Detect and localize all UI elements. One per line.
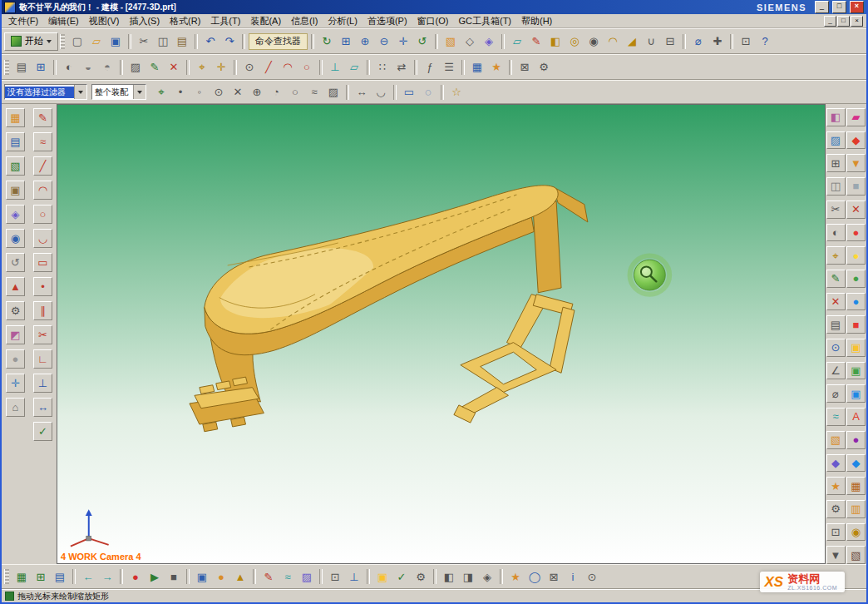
letter-a-red-icon[interactable]: A <box>846 408 866 426</box>
datum-plane-icon[interactable]: ▱ <box>508 32 526 51</box>
gateway-icon[interactable]: ⌂ <box>6 398 25 417</box>
sketch-circle-icon[interactable]: ○ <box>33 205 52 224</box>
menu-help[interactable]: 帮助(H) <box>516 15 557 27</box>
render-icon[interactable]: ★ <box>487 58 506 77</box>
hd3d-tools-icon[interactable]: ◈ <box>6 205 25 224</box>
view-iso-icon[interactable]: ◈ <box>478 567 496 586</box>
dimension-icon[interactable]: ↔ <box>33 398 52 417</box>
globe-icon[interactable]: ◯ <box>525 567 544 586</box>
process-studio-icon[interactable]: ▲ <box>6 277 25 296</box>
model-armature[interactable] <box>454 295 575 423</box>
view-front-icon[interactable]: ◧ <box>440 567 458 586</box>
profile-icon[interactable]: ≈ <box>33 132 52 151</box>
menu-assemblies[interactable]: 装配(A) <box>245 15 286 27</box>
snapshot-icon[interactable]: ▦ <box>468 58 486 77</box>
window-switch-icon[interactable]: ⊡ <box>737 32 755 51</box>
object-display-icon[interactable]: ▨ <box>126 58 145 77</box>
sketch-point-icon[interactable]: • <box>33 277 52 296</box>
assembly-navigator-icon[interactable]: ▦ <box>6 108 25 127</box>
rotate-view-icon[interactable]: ↺ <box>413 32 432 51</box>
surface-tool-icon[interactable]: ▨ <box>298 567 316 586</box>
show-hide-toggle-icon[interactable]: ◐ <box>826 224 846 242</box>
expressions-icon[interactable]: ƒ <box>421 58 439 77</box>
menu-window[interactable]: 窗口(O) <box>412 15 454 27</box>
edit-object-icon[interactable]: ✎ <box>145 58 164 77</box>
command-finder-button[interactable]: 命令查找器 <box>249 33 308 50</box>
refresh-icon[interactable]: ↻ <box>318 32 336 51</box>
restore-button[interactable]: □ <box>832 1 846 13</box>
sketch-rectangle-icon[interactable]: ▭ <box>33 253 52 272</box>
delete-icon[interactable]: ✕ <box>165 58 183 77</box>
sketch-fillet-icon[interactable]: ◡ <box>33 229 52 248</box>
line-icon[interactable]: ╱ <box>259 58 278 77</box>
window-cascade-icon[interactable]: ⊡ <box>826 523 846 542</box>
menu-insert[interactable]: 插入(S) <box>124 15 165 27</box>
orient-view-icon[interactable]: ◈ <box>480 32 498 51</box>
wcs-icon[interactable]: ⌖ <box>826 246 846 265</box>
graphics-window[interactable] <box>57 105 825 563</box>
edge-blend-icon[interactable]: ◠ <box>604 32 622 51</box>
extrude-icon[interactable]: ◧ <box>546 32 565 51</box>
open-file-icon[interactable]: ▱ <box>87 32 106 51</box>
play-icon[interactable]: ▶ <box>145 567 164 586</box>
template-grid-icon[interactable]: ▦ <box>12 567 31 586</box>
cube-blue-icon[interactable]: ▣ <box>846 384 866 403</box>
task-sketch-icon[interactable]: ✎ <box>33 108 52 127</box>
split-view-icon[interactable]: ◫ <box>826 177 846 196</box>
wireframe-view-icon[interactable]: ◇ <box>461 32 479 51</box>
arrow-orange-icon[interactable]: ▼ <box>846 154 866 172</box>
menu-preferences[interactable]: 首选项(P) <box>362 15 412 27</box>
mirror-icon[interactable]: ⇄ <box>392 58 411 77</box>
lock-icon[interactable]: ⊠ <box>545 567 563 586</box>
gear-icon[interactable]: ⚙ <box>412 567 430 586</box>
snap-toggle-icon[interactable]: ⊙ <box>826 339 846 357</box>
diamond-blue-icon[interactable]: ◆ <box>846 454 866 473</box>
ball-red-icon[interactable]: ● <box>846 224 866 242</box>
grid-icon[interactable]: ⊞ <box>32 567 50 586</box>
mdi-close-button[interactable]: × <box>851 16 863 27</box>
touch-mode-icon[interactable]: ✛ <box>6 374 25 393</box>
menu-tools[interactable]: 工具(T) <box>205 15 245 27</box>
square-gray-icon[interactable]: ■ <box>846 177 866 196</box>
move-object-icon[interactable]: ✚ <box>708 32 727 51</box>
make-corner-icon[interactable]: ∟ <box>33 349 52 369</box>
ball-yellow-icon[interactable]: ● <box>846 246 866 265</box>
lamp-icon[interactable]: ★ <box>506 567 525 586</box>
check-icon[interactable]: ✓ <box>392 567 411 586</box>
material-icon[interactable]: ◆ <box>826 454 846 473</box>
mdi-restore-button[interactable]: □ <box>837 16 850 27</box>
record-icon[interactable]: ● <box>126 567 145 586</box>
diameter-measure-icon[interactable]: ⌀ <box>826 384 846 403</box>
delete-face-icon[interactable]: ✕ <box>826 293 846 311</box>
snap-point-icon[interactable]: ⌖ <box>152 83 170 101</box>
annotation-icon[interactable]: ✎ <box>826 270 846 288</box>
cut-icon[interactable]: ✂ <box>135 32 153 51</box>
show-icon[interactable]: ◓ <box>98 58 116 77</box>
shade-options-icon[interactable]: ▧ <box>826 431 846 449</box>
redo-icon[interactable]: ↷ <box>220 32 239 51</box>
viewport[interactable]: 4 WORK Camera 4 <box>57 104 826 564</box>
cube-green-icon[interactable]: ▣ <box>846 362 866 380</box>
selection-filter-combo[interactable]: 没有选择过滤器 <box>4 84 87 100</box>
measure-icon[interactable]: ⌀ <box>689 32 708 51</box>
cross-red-icon[interactable]: ✕ <box>846 201 866 219</box>
zoom-out-icon[interactable]: ⊖ <box>375 32 393 51</box>
ball-blue-icon[interactable]: ● <box>846 293 866 311</box>
arc-icon[interactable]: ◠ <box>279 58 297 77</box>
highlight-toggle-icon[interactable]: ☆ <box>447 83 466 101</box>
existing-point-icon[interactable]: ○ <box>286 83 304 101</box>
menu-information[interactable]: 信息(I) <box>286 15 323 27</box>
point-on-surface-icon[interactable]: ▨ <box>324 83 343 101</box>
assembly-tool-icon[interactable]: ⊡ <box>326 567 344 586</box>
show-hide-icon[interactable]: ◐ <box>60 58 78 77</box>
reuse-library-icon[interactable]: ▣ <box>6 181 25 200</box>
zoom-in-icon[interactable]: ⊕ <box>356 32 374 51</box>
stop-icon[interactable]: ■ <box>165 567 183 586</box>
hole-icon[interactable]: ◉ <box>584 32 603 51</box>
trim-body-icon[interactable]: ✂ <box>826 201 846 219</box>
roles-icon[interactable]: ◩ <box>6 325 25 344</box>
paste-icon[interactable]: ▤ <box>173 32 191 51</box>
drafting-icon[interactable]: ▨ <box>826 131 846 150</box>
point-icon[interactable]: ⊙ <box>240 58 259 77</box>
angle-measure-icon[interactable]: ∠ <box>826 362 846 380</box>
